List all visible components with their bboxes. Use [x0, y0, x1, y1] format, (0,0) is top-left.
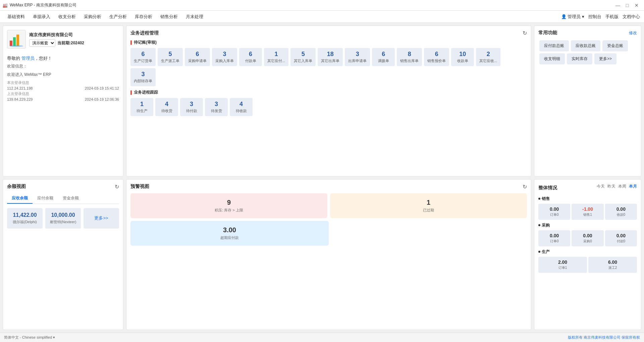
pending-badge-item[interactable]: 6生产订货单 — [130, 48, 156, 66]
business-panel: 业务进程管理 ↻ 待记账(审核) 6生产订货单5生产派工单6采购申请单3采购入库… — [126, 26, 531, 177]
tracking-section-title: 业务进程跟踪 — [134, 90, 158, 95]
purchase-purchase-card[interactable]: 0.00 采购0 — [572, 230, 603, 246]
purchase-order-sub: 订单0 — [540, 239, 568, 244]
balance-item-delphi[interactable]: 11,422.00 德尔福(Delphi) — [7, 208, 43, 229]
tracking-badge-item[interactable]: 3待付款 — [180, 98, 203, 116]
tab-receivable[interactable]: 应收余额 — [7, 193, 33, 204]
ov-tab-today[interactable]: 今天 — [597, 184, 605, 189]
balance-item-nexteer[interactable]: 10,000.00 耐世特(Nexteer) — [45, 208, 81, 229]
account-select[interactable]: 演示账套 — [29, 39, 55, 47]
pending-badge-item[interactable]: 10收款单 — [451, 48, 474, 66]
pending-badge-item[interactable]: 6采购申请单 — [185, 48, 210, 66]
current-login-row: 112.24.221.198 2024-03-19 15:41:12 — [7, 86, 119, 90]
menu-production-analysis[interactable]: 生产分析 — [106, 12, 130, 21]
pending-badge-item[interactable]: 3出库申请单 — [345, 48, 370, 66]
warning-refresh-btn[interactable]: ↻ — [523, 184, 527, 190]
overstock-num: 9 — [136, 199, 322, 206]
sales-receipt-num: 0.00 — [607, 206, 635, 212]
menu-month-end[interactable]: 月末处理 — [182, 12, 207, 21]
tracking-badges: 1待生产4待收货3待付款3待发货4待收款 — [130, 98, 527, 116]
pending-badge-item[interactable]: 5生产派工单 — [158, 48, 183, 66]
pending-section-title: 待记账(审核) — [134, 40, 157, 45]
warning-grid: 9 积压: 库存 > 上限 1 已过期 3.00 超期应付款 — [130, 193, 527, 246]
menu-sales-analysis[interactable]: 销售分析 — [157, 12, 181, 21]
tracking-badge-item[interactable]: 1待生产 — [130, 98, 153, 116]
balance-refresh-btn[interactable]: ↻ — [115, 184, 119, 190]
minimize-button[interactable]: — — [613, 1, 623, 10]
menu-basic-data[interactable]: 基础资料 — [4, 12, 28, 21]
common-function-btn[interactable]: 应付款总账 — [539, 40, 569, 51]
business-refresh-btn[interactable]: ↻ — [523, 30, 527, 36]
svg-point-3 — [10, 45, 23, 47]
pending-badge-item[interactable]: 6调拨单 — [372, 48, 395, 66]
current-ip: 112.24.221.198 — [7, 86, 33, 90]
language-selector[interactable]: 简体中文 - Chinese simplified ▾ — [4, 335, 55, 340]
tracking-badge-item[interactable]: 4待收货 — [155, 98, 178, 116]
tracking-badge-item[interactable]: 4待收款 — [230, 98, 253, 116]
delphi-name: 德尔福(Delphi) — [10, 219, 39, 225]
title-bar-controls: — □ ✕ — [613, 1, 641, 10]
admin-link[interactable]: 管理员 — [21, 56, 35, 61]
warning-panel-header: 预警视图 ↻ — [130, 184, 527, 190]
production-grid: 2.00 订单1 6.00 派工2 — [538, 257, 637, 273]
common-function-btn[interactable]: 实时库存 — [567, 53, 592, 64]
mobile-link[interactable]: 手机版 — [605, 14, 619, 20]
svg-rect-0 — [10, 41, 12, 46]
warning-card-expired[interactable]: 1 已过期 — [330, 193, 527, 218]
close-button[interactable]: ✕ — [632, 1, 641, 10]
current-time: 2024-03-19 15:41:12 — [85, 86, 119, 90]
tab-payable[interactable]: 应付余额 — [33, 193, 58, 204]
pending-badge-item[interactable]: 8销售出库单 — [397, 48, 422, 66]
warning-card-overdue[interactable]: 3.00 超期应付款 — [130, 221, 329, 246]
pending-badge-item[interactable]: 3采购入库单 — [212, 48, 237, 66]
tracking-badge-item[interactable]: 3待发货 — [205, 98, 228, 116]
sales-order-card[interactable]: 0.00 订单0 — [538, 204, 570, 220]
pending-badge-item[interactable]: 3内部转存单 — [130, 68, 156, 86]
ov-tab-week[interactable]: 本周 — [618, 184, 626, 189]
maximize-button[interactable]: □ — [623, 1, 632, 10]
control-panel-link[interactable]: 控制台 — [588, 14, 601, 20]
menu-inventory-analysis[interactable]: 库存分析 — [131, 12, 156, 21]
menu-document-entry[interactable]: 单据录入 — [30, 12, 54, 21]
purchase-purchase-sub: 采购0 — [574, 239, 601, 244]
production-dispatch-card[interactable]: 6.00 派工2 — [588, 257, 637, 273]
pending-badge-item[interactable]: 1其它应付... — [264, 48, 288, 66]
purchase-payment-card[interactable]: 0.00 付款0 — [605, 230, 637, 246]
current-login-label: 本次登录信息 — [7, 80, 29, 85]
pending-badge-item[interactable]: 6销售报价单 — [424, 48, 449, 66]
sales-receipt-card[interactable]: 0.00 收款0 — [605, 204, 637, 220]
ov-tab-yesterday[interactable]: 昨天 — [607, 184, 615, 189]
pending-badge-item[interactable]: 18其它出库单 — [318, 48, 343, 66]
copyright-text: 版权所有 南京伟麦科技有限公司 保留所有权 — [568, 335, 640, 340]
company-panel: 南京伟麦科技有限公司 演示账套 当前期:202402 尊敬的 管理员，您好！ 欢… — [3, 26, 123, 177]
ov-tab-month[interactable]: 本月 — [629, 184, 637, 189]
purchase-order-card[interactable]: 0.00 订单0 — [538, 230, 570, 246]
common-function-btn[interactable]: 更多>> — [594, 53, 616, 64]
delphi-amount: 11,422.00 — [10, 212, 39, 218]
pending-badge-item[interactable]: 6付款单 — [239, 48, 262, 66]
purchase-section-title: 采购 — [538, 223, 637, 228]
svg-rect-2 — [16, 35, 19, 46]
common-function-btn[interactable]: 收支明细 — [539, 53, 565, 64]
menu-income-expense[interactable]: 收支分析 — [55, 12, 79, 21]
common-panel-header: 常用功能 修改 — [538, 30, 637, 36]
pending-badge-item[interactable]: 2其它应收... — [476, 48, 500, 66]
docs-link[interactable]: 文档中心 — [623, 14, 640, 20]
common-function-btn[interactable]: 资金总账 — [602, 40, 628, 51]
last-login-row: 139.84.229.229 2024-03-19 12:06:36 — [7, 97, 119, 101]
warning-card-overstock[interactable]: 9 积压: 库存 > 上限 — [130, 193, 327, 218]
balance-more-btn[interactable]: 更多>> — [84, 208, 119, 229]
last-time: 2024-03-19 12:06:36 — [85, 97, 119, 101]
sales-sale-card[interactable]: -1.00 销售1 — [572, 204, 603, 220]
tab-capital[interactable]: 资金余额 — [58, 193, 84, 204]
admin-menu[interactable]: 👤 管理员 ▾ — [561, 14, 584, 20]
purchase-payment-sub: 付款0 — [607, 239, 635, 244]
balance-panel-title: 余额视图 — [7, 184, 26, 190]
pending-badge-item[interactable]: 5其它入库单 — [290, 48, 316, 66]
menu-purchase-analysis[interactable]: 采购分析 — [80, 12, 105, 21]
common-function-btn[interactable]: 应收款总账 — [571, 40, 600, 51]
warning-panel: 预警视图 ↻ 9 积压: 库存 > 上限 1 已过期 3.00 超期应付款 — [126, 179, 531, 330]
title-bar: 🏭 WeMax ERP - 南京伟麦科技有限公司 — □ ✕ — [0, 0, 644, 11]
production-order-card[interactable]: 2.00 订单1 — [538, 257, 587, 273]
modify-btn[interactable]: 修改 — [629, 30, 637, 36]
